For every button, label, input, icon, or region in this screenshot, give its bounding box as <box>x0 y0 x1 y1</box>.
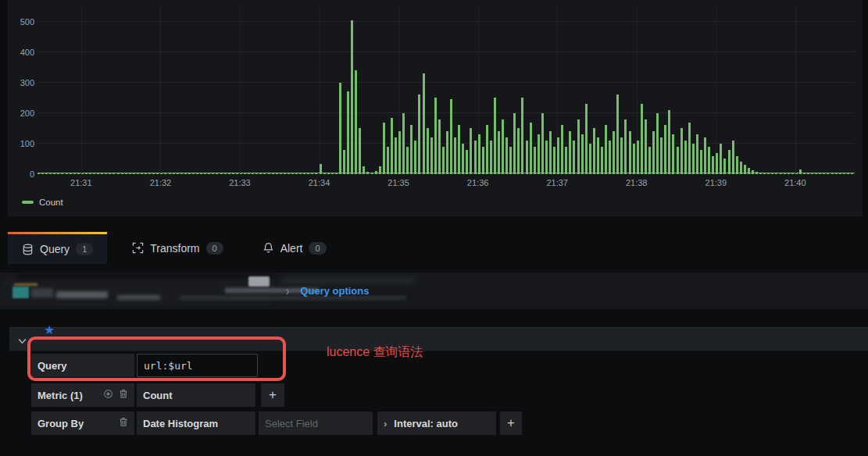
histogram-bar <box>577 119 580 174</box>
gridline <box>81 6 82 174</box>
groupby-type-select[interactable]: Date Histogram <box>137 411 255 435</box>
metric-type-select[interactable]: Count <box>137 383 255 407</box>
legend[interactable]: Count <box>22 198 63 207</box>
metric-row-label-box[interactable]: Metric (1) <box>31 383 134 407</box>
histogram-bar <box>589 144 591 174</box>
histogram-bar <box>307 173 309 175</box>
histogram-bar <box>216 173 218 175</box>
histogram-bar <box>268 173 270 175</box>
histogram-bar <box>593 128 595 174</box>
x-tick-label: 21:36 <box>467 178 489 187</box>
histogram-bar <box>526 141 528 174</box>
y-tick-label: 400 <box>20 48 34 57</box>
plot-area[interactable] <box>38 6 855 174</box>
query-input-extra-segment[interactable] <box>261 354 284 377</box>
histogram-bar <box>517 128 520 174</box>
histogram-bar <box>263 173 266 175</box>
trash-icon[interactable] <box>119 389 128 401</box>
histogram-bar <box>363 166 365 174</box>
y-tick-label: 300 <box>20 78 34 87</box>
add-metric-button[interactable]: + <box>261 383 284 407</box>
histogram-bar <box>331 173 334 175</box>
query-row-header[interactable]: ★ <box>9 327 868 351</box>
histogram-bar <box>291 173 294 175</box>
legend-series-swatch <box>22 201 34 204</box>
histogram-bar <box>121 173 123 175</box>
histogram-bar <box>89 173 91 175</box>
histogram-bar <box>486 125 488 174</box>
histogram-bar <box>259 173 262 175</box>
histogram-bar <box>780 173 782 175</box>
histogram-bar <box>490 141 492 174</box>
histogram-bar <box>569 131 571 174</box>
groupby-row-label-box[interactable]: Group By <box>31 411 134 435</box>
lucene-query-input[interactable]: url:$url <box>137 354 258 377</box>
histogram-bar <box>788 173 790 175</box>
histogram-bar <box>152 173 155 175</box>
gridline <box>240 6 241 174</box>
tab-transform[interactable]: Transform 0 <box>118 232 237 264</box>
histogram-bar <box>41 173 44 175</box>
query-options-toggle[interactable]: › Query options <box>286 273 369 309</box>
histogram-bar <box>637 141 639 174</box>
histogram-bar <box>220 173 223 175</box>
histogram-bar <box>629 131 631 174</box>
histogram-bar <box>391 118 393 174</box>
histogram-bar <box>335 173 338 174</box>
database-icon <box>22 244 34 255</box>
y-tick-label: 100 <box>20 139 34 148</box>
histogram-bar <box>276 173 278 175</box>
histogram-bar <box>505 137 508 174</box>
eye-icon[interactable] <box>103 389 113 401</box>
histogram-bar <box>581 134 584 174</box>
x-tick-label: 21:35 <box>388 178 409 187</box>
histogram-bar <box>188 173 191 175</box>
tab-alert[interactable]: Alert 0 <box>248 232 341 264</box>
histogram-bar <box>272 173 274 175</box>
histogram-bar <box>466 150 468 174</box>
histogram-bar <box>93 173 95 175</box>
histogram-bar <box>160 173 163 175</box>
chevron-down-icon[interactable] <box>17 335 27 349</box>
groupby-row-label: Group By <box>38 418 84 429</box>
grafana-panel-edit-page: { "chart": { "legend_label": "Count", "c… <box>0 0 868 456</box>
histogram-bar <box>534 147 536 174</box>
interval-select[interactable]: › Interval: auto <box>377 411 496 435</box>
histogram-bar <box>81 173 84 175</box>
tab-query[interactable]: Query 1 <box>8 232 107 264</box>
histogram-bar <box>379 166 381 174</box>
histogram-bar <box>320 164 322 174</box>
histogram-bar <box>565 147 567 174</box>
histogram-bar <box>597 137 599 174</box>
metric-row-label: Metric (1) <box>38 390 83 401</box>
x-tick-label: 21:39 <box>705 178 727 187</box>
histogram-bar <box>616 94 619 174</box>
histogram-bar <box>613 131 615 174</box>
tab-transform-label: Transform <box>150 242 199 255</box>
histogram-bar <box>672 134 674 174</box>
histogram-bar <box>105 173 107 175</box>
histogram-bar <box>169 173 171 175</box>
histogram-bar <box>795 173 798 175</box>
groupby-field-select[interactable]: Select Field <box>259 411 373 435</box>
legend-series-label[interactable]: Count <box>39 198 63 207</box>
trash-icon[interactable] <box>119 417 128 429</box>
tab-alert-count-badge: 0 <box>309 242 326 255</box>
histogram-bar <box>759 173 762 174</box>
histogram-bar <box>609 141 611 174</box>
x-tick-label: 21:34 <box>309 178 330 187</box>
histogram-bar <box>538 134 540 174</box>
histogram-bar <box>423 73 425 174</box>
histogram-bar <box>97 173 99 175</box>
histogram-bar <box>49 173 52 175</box>
histogram-bar <box>117 173 120 175</box>
add-groupby-button[interactable]: + <box>500 411 522 435</box>
metric-type-value: Count <box>143 390 173 401</box>
gridline <box>795 6 796 174</box>
timeseries-panel: 0100200300400500 21:3121:3221:3321:3421:… <box>8 0 863 216</box>
histogram-bar <box>73 173 76 175</box>
histogram-bar <box>692 144 695 174</box>
histogram-bar <box>736 156 738 174</box>
histogram-bar <box>748 168 750 174</box>
redacted-datasource-picker[interactable] <box>0 273 438 309</box>
